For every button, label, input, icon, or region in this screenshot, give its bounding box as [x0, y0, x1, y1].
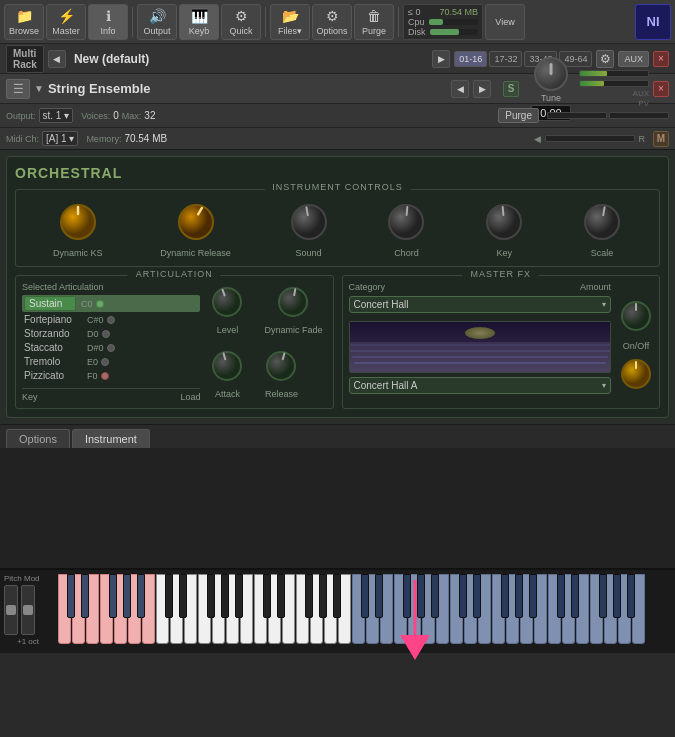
- black-key[interactable]: [515, 574, 523, 618]
- black-key[interactable]: [67, 574, 75, 618]
- rack-settings-icon[interactable]: ⚙: [596, 50, 614, 68]
- browse-button[interactable]: 📁 Browse: [4, 4, 44, 40]
- category-value: Concert Hall: [354, 299, 409, 310]
- sub-category-dropdown[interactable]: Concert Hall A ▾: [349, 377, 612, 394]
- options-button[interactable]: ⚙ Options: [312, 4, 352, 40]
- range-tab-01-16[interactable]: 01-16: [454, 51, 487, 67]
- artic-storzando-key: D0: [87, 329, 99, 339]
- artic-item-pizzicato[interactable]: Pizzicato F0: [22, 369, 200, 382]
- pitch-slider[interactable]: [4, 585, 18, 635]
- output-select[interactable]: st. 1 ▾: [39, 108, 74, 123]
- black-key[interactable]: [207, 574, 215, 618]
- level-knob[interactable]: [210, 285, 244, 321]
- artic-fortepiano-dot: [107, 316, 115, 324]
- black-key[interactable]: [627, 574, 635, 618]
- attack-knob-item: Attack: [210, 349, 244, 399]
- black-key[interactable]: [571, 574, 579, 618]
- release-knob[interactable]: [264, 349, 298, 385]
- black-key[interactable]: [263, 574, 271, 618]
- rack-aux-button[interactable]: AUX: [618, 51, 649, 67]
- black-key[interactable]: [417, 574, 425, 618]
- black-key[interactable]: [375, 574, 383, 618]
- rack-next-button[interactable]: ▶: [432, 50, 450, 68]
- output-button[interactable]: 🔊 Output: [137, 4, 177, 40]
- artic-item-staccato[interactable]: Staccato D#0: [22, 341, 200, 354]
- purge-btn[interactable]: Purge: [498, 108, 539, 123]
- black-key[interactable]: [599, 574, 607, 618]
- black-key[interactable]: [529, 574, 537, 618]
- black-key[interactable]: [613, 574, 621, 618]
- black-key[interactable]: [221, 574, 229, 618]
- artic-item-fortepiano[interactable]: Fortepiano C#0: [22, 313, 200, 326]
- keyb-button[interactable]: 🎹 Keyb: [179, 4, 219, 40]
- view-button[interactable]: View: [485, 4, 525, 40]
- dynamic-ks-knob[interactable]: [58, 202, 98, 244]
- artic-staccato-key: D#0: [87, 343, 104, 353]
- inst-prev-button[interactable]: ◀: [451, 80, 469, 98]
- artic-item-tremolo[interactable]: Tremolo E0: [22, 355, 200, 368]
- dynamic-fade-knob[interactable]: [276, 285, 310, 321]
- artic-item-sustain[interactable]: Sustain C0: [22, 295, 200, 312]
- m-button[interactable]: M: [653, 131, 669, 147]
- instrument-menu-button[interactable]: ☰: [6, 79, 30, 99]
- options-icon: ⚙: [326, 8, 339, 24]
- mod-slider[interactable]: [21, 585, 35, 635]
- black-key[interactable]: [557, 574, 565, 618]
- purge-icon: 🗑: [367, 8, 381, 24]
- black-key[interactable]: [179, 574, 187, 618]
- black-key[interactable]: [165, 574, 173, 618]
- master-button[interactable]: ⚡ Master: [46, 4, 86, 40]
- files-button[interactable]: 📂 Files▾: [270, 4, 310, 40]
- piano-keys: [58, 574, 646, 644]
- black-key[interactable]: [319, 574, 327, 618]
- black-key[interactable]: [361, 574, 369, 618]
- dynamic-release-knob[interactable]: [176, 202, 216, 244]
- attack-knob[interactable]: [210, 349, 244, 385]
- range-tab-17-32[interactable]: 17-32: [489, 51, 522, 67]
- artic-knobs-row1: Level: [210, 285, 322, 335]
- output-label: Output: [143, 26, 170, 36]
- tune-knob[interactable]: [534, 57, 568, 91]
- keyb-icon: 🎹: [191, 8, 208, 24]
- max-label: Max:: [122, 111, 142, 121]
- instrument-close-button[interactable]: ×: [653, 81, 669, 97]
- artic-key-button[interactable]: Key: [22, 392, 38, 402]
- black-key[interactable]: [109, 574, 117, 618]
- midi-select[interactable]: [A] 1 ▾: [42, 131, 78, 146]
- black-key[interactable]: [123, 574, 131, 618]
- black-key[interactable]: [501, 574, 509, 618]
- chord-knob[interactable]: [386, 202, 426, 244]
- scale-knob[interactable]: [582, 202, 622, 244]
- s-button[interactable]: S: [503, 81, 519, 97]
- artic-load-button[interactable]: Load: [180, 392, 200, 402]
- purge-button[interactable]: 🗑 Purge: [354, 4, 394, 40]
- black-key[interactable]: [403, 574, 411, 618]
- inst-next-button[interactable]: ▶: [473, 80, 491, 98]
- quick-label: Quick: [229, 26, 252, 36]
- instrument-tab[interactable]: Instrument: [72, 429, 150, 448]
- black-key[interactable]: [277, 574, 285, 618]
- svg-point-10: [585, 205, 619, 239]
- quick-button[interactable]: ⚙ Quick: [221, 4, 261, 40]
- level-meter2: ◀ R: [534, 134, 646, 144]
- black-key[interactable]: [459, 574, 467, 618]
- category-dropdown[interactable]: Concert Hall ▾: [349, 296, 612, 313]
- black-key[interactable]: [431, 574, 439, 618]
- black-key[interactable]: [305, 574, 313, 618]
- options-tab[interactable]: Options: [6, 429, 70, 448]
- black-key[interactable]: [235, 574, 243, 618]
- key-knob[interactable]: [484, 202, 524, 244]
- black-key[interactable]: [473, 574, 481, 618]
- black-key[interactable]: [137, 574, 145, 618]
- onoff-knob[interactable]: [619, 357, 653, 393]
- panel-title: ORCHESTRAL: [15, 165, 660, 181]
- sound-knob[interactable]: [289, 202, 329, 244]
- info-button[interactable]: ℹ Info: [88, 4, 128, 40]
- black-key[interactable]: [81, 574, 89, 618]
- artic-item-storzando[interactable]: Storzando D0: [22, 327, 200, 340]
- amount-knob[interactable]: [619, 299, 653, 335]
- rack-prev-button[interactable]: ◀: [48, 50, 66, 68]
- black-key[interactable]: [333, 574, 341, 618]
- midi-ctrl: Midi Ch: [A] 1 ▾: [6, 131, 78, 146]
- rack-close-button[interactable]: ×: [653, 51, 669, 67]
